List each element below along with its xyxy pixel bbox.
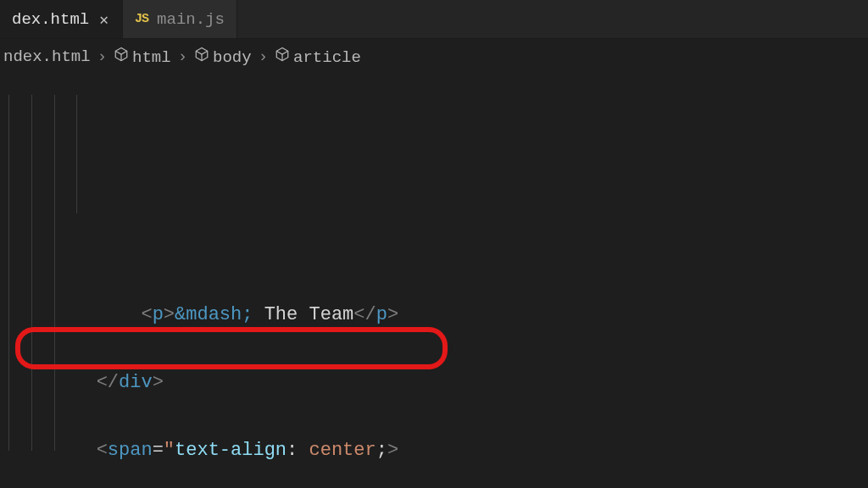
chevron-right-icon: › xyxy=(97,47,107,66)
cube-icon xyxy=(194,47,209,62)
tab-main-js[interactable]: JS main.js xyxy=(123,0,237,38)
code-line: <p>&mdash; The Team</p> xyxy=(7,298,868,332)
cube-icon xyxy=(114,47,129,62)
code-editor[interactable]: <p>&mdash; The Team</p> </div> <span="te… xyxy=(0,75,868,488)
breadcrumb: ndex.html › html › body › article xyxy=(0,39,868,75)
cube-icon xyxy=(275,47,290,62)
chevron-right-icon: › xyxy=(259,47,268,66)
close-icon[interactable]: ✕ xyxy=(97,10,110,29)
breadcrumb-item[interactable]: article xyxy=(275,47,361,67)
breadcrumb-item[interactable]: html xyxy=(114,47,171,67)
breadcrumb-item[interactable]: ndex.html xyxy=(3,47,91,66)
tab-label: main.js xyxy=(157,10,225,29)
js-icon: JS xyxy=(135,12,148,26)
tab-label: dex.html xyxy=(12,10,89,29)
chevron-right-icon: › xyxy=(178,47,187,66)
code-line: <span="text-align: center;> xyxy=(7,434,868,468)
highlight-callout xyxy=(15,327,448,369)
tab-index-html[interactable]: dex.html ✕ xyxy=(0,0,123,38)
tab-bar: dex.html ✕ JS main.js xyxy=(0,0,868,39)
code-line: </div> xyxy=(7,366,868,400)
breadcrumb-item[interactable]: body xyxy=(194,47,252,67)
